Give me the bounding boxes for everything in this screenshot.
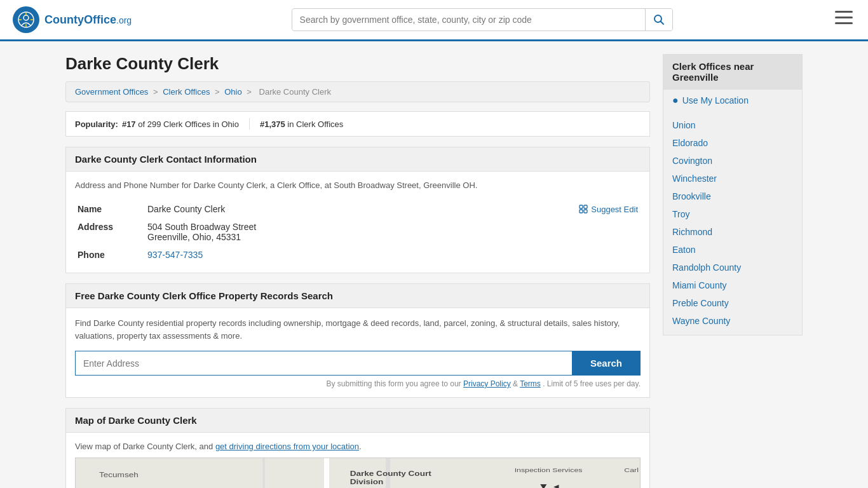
privacy-policy-link[interactable]: Privacy Policy (463, 379, 511, 388)
contact-phone-row: Phone 937-547-7335 (75, 246, 641, 264)
breadcrumb-clerk-offices[interactable]: Clerk Offices (163, 87, 210, 97)
list-item: Randolph County (663, 259, 802, 276)
svg-rect-8 (835, 11, 853, 13)
use-location-label: Use My Location (682, 95, 749, 105)
page-title: Darke County Clerk (65, 54, 650, 74)
popularity-rank1: #17 of 299 Clerk Offices in Ohio (122, 119, 239, 129)
popularity-bar: Popularity: #17 of 299 Clerk Offices in … (65, 111, 650, 137)
map-card-header: Map of Darke County Clerk (66, 409, 649, 433)
suggest-edit-label: Suggest Edit (591, 205, 638, 214)
map-placeholder[interactable]: Darke County Court Division Tecumseh Ins… (75, 458, 641, 488)
contact-phone-link[interactable]: 937-547-7335 (147, 250, 203, 260)
svg-rect-13 (580, 210, 583, 213)
breadcrumb-gov-offices[interactable]: Government Offices (75, 87, 148, 97)
svg-text:Division: Division (350, 478, 384, 486)
map-grid-svg: Darke County Court Division Tecumseh Ins… (76, 458, 640, 488)
sidebar: Clerk Offices near Greenville ● Use My L… (663, 54, 803, 488)
sidebar-item-wayne-county[interactable]: Wayne County (663, 312, 802, 330)
contact-name-value: Darke County Clerk (145, 200, 461, 218)
global-search-bar (292, 8, 673, 31)
list-item: Troy (663, 205, 802, 223)
sidebar-item-miami-county[interactable]: Miami County (663, 276, 802, 294)
svg-text:Carl F: Carl F (624, 466, 640, 473)
list-item: Winchester (663, 170, 802, 187)
svg-text:Tecumseh: Tecumseh (99, 471, 139, 478)
sidebar-header: Clerk Offices near Greenville (663, 55, 802, 90)
sidebar-item-preble-county[interactable]: Preble County (663, 294, 802, 312)
svg-rect-9 (835, 17, 853, 18)
location-icon: ● (672, 95, 679, 106)
contact-address-label: Address (75, 218, 145, 246)
search-icon (653, 14, 665, 25)
sidebar-subtitle: Greenville (672, 72, 719, 83)
svg-rect-12 (584, 205, 587, 208)
sidebar-item-covington[interactable]: Covington (663, 152, 802, 170)
logo-office: Office (84, 13, 116, 26)
sidebar-item-troy[interactable]: Troy (663, 205, 802, 223)
contact-address-line1: 504 South Broadway Street (147, 222, 459, 232)
map-directions-link[interactable]: get driving directions from your locatio… (215, 442, 359, 451)
sidebar-title: Clerk Offices near (672, 61, 754, 72)
sidebar-item-randolph-county[interactable]: Randolph County (663, 259, 802, 276)
use-location-link[interactable]: ● Use My Location (663, 90, 802, 111)
list-item: Eaton (663, 241, 802, 259)
contact-address-line2: Greenville, Ohio, 45331 (147, 232, 459, 242)
svg-text:Darke County Court: Darke County Court (350, 470, 431, 477)
breadcrumb-sep-1: > (153, 87, 160, 97)
list-item: Eldorado (663, 134, 802, 152)
property-search-body: Find Darke County residential property r… (66, 308, 649, 397)
contact-address-row: Address 504 South Broadway Street Greenv… (75, 218, 641, 246)
property-search-button[interactable]: Search (572, 351, 641, 376)
popularity-label: Popularity: (75, 119, 118, 129)
list-item: Miami County (663, 276, 802, 294)
breadcrumb-sep-3: > (247, 87, 254, 97)
logo-county: County (44, 13, 84, 26)
svg-text:▼: ▼ (538, 482, 549, 488)
menu-button[interactable] (832, 8, 855, 31)
contact-card: Darke County Clerk Contact Information A… (65, 147, 650, 273)
list-item: Richmond (663, 223, 802, 241)
sidebar-list: Union Eldorado Covington Winchester Broo… (663, 111, 802, 335)
limit-text: . Limit of 5 free uses per day. (543, 379, 641, 388)
main-container: Darke County Clerk Government Offices > … (53, 41, 815, 488)
sidebar-item-winchester[interactable]: Winchester (663, 170, 802, 187)
svg-text:Inspection Services: Inspection Services (515, 466, 583, 473)
logo-link[interactable]: CountyOffice.org (13, 6, 132, 33)
and-text: & (513, 379, 520, 388)
sidebar-item-brookville[interactable]: Brookville (663, 187, 802, 205)
sidebar-item-richmond[interactable]: Richmond (663, 223, 802, 241)
property-search-desc: Find Darke County residential property r… (75, 317, 641, 342)
global-search-input[interactable] (292, 10, 645, 30)
contact-phone-cell: 937-547-7335 (145, 246, 461, 264)
disclaimer-text: By submitting this form you agree to our (327, 379, 461, 388)
property-search-form: Search (75, 351, 641, 376)
sidebar-item-union[interactable]: Union (663, 116, 802, 134)
property-search-card: Free Darke County Clerk Office Property … (65, 283, 650, 398)
logo-icon (13, 6, 39, 33)
contact-table: Name Darke County Clerk Suggest Ed (75, 200, 641, 264)
map-desc-text: View map of Darke County Clerk, and (75, 442, 213, 451)
address-input[interactable] (75, 351, 572, 376)
svg-rect-11 (580, 205, 583, 208)
property-search-header: Free Darke County Clerk Office Property … (66, 284, 649, 308)
map-card: Map of Darke County Clerk View map of Da… (65, 408, 650, 488)
contact-name-row: Name Darke County Clerk Suggest Ed (75, 200, 641, 218)
contact-address-value: 504 South Broadway Street Greenville, Oh… (145, 218, 461, 246)
global-search-button[interactable] (645, 9, 672, 30)
breadcrumb: Government Offices > Clerk Offices > Ohi… (65, 81, 650, 102)
sidebar-item-eaton[interactable]: Eaton (663, 241, 802, 259)
svg-rect-14 (584, 210, 587, 213)
suggest-edit-link[interactable]: Suggest Edit (464, 204, 638, 214)
hamburger-icon (835, 11, 853, 25)
logo-ext: .org (116, 15, 132, 25)
svg-point-1 (24, 15, 29, 20)
list-item: Brookville (663, 187, 802, 205)
breadcrumb-sep-2: > (215, 87, 222, 97)
breadcrumb-ohio[interactable]: Ohio (224, 87, 241, 97)
contact-name-label: Name (75, 200, 145, 218)
popularity-divider (249, 118, 250, 130)
sidebar-item-eldorado[interactable]: Eldorado (663, 134, 802, 152)
list-item: Covington (663, 152, 802, 170)
contact-description: Address and Phone Number for Darke Count… (75, 180, 641, 190)
terms-link[interactable]: Terms (520, 379, 541, 388)
